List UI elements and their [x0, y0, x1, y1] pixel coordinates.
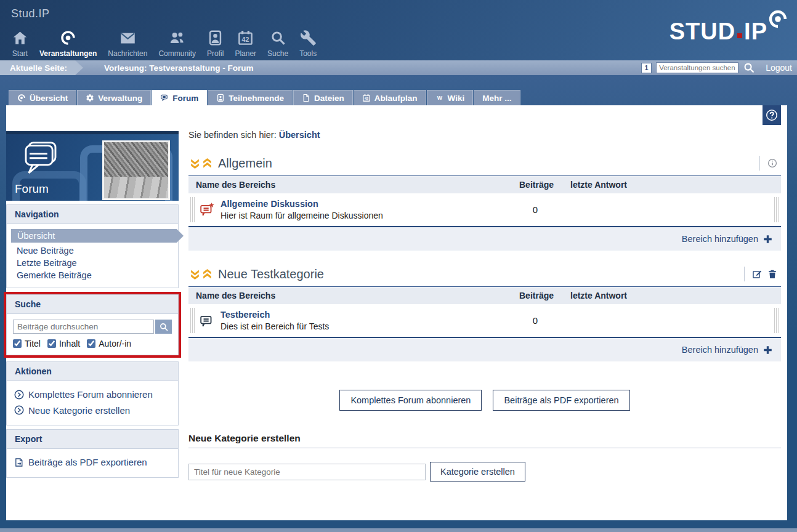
- circle-arrow-icon: [14, 390, 24, 400]
- spiral-icon: [60, 28, 76, 47]
- location-breadcrumb: Sie befinden sich hier: Übersicht: [188, 130, 781, 140]
- info-icon[interactable]: [767, 158, 777, 168]
- delete-category-icon[interactable]: [767, 269, 777, 279]
- course-tabs: Übersicht Verwaltung Forum Teilnehmende …: [9, 90, 787, 105]
- sidebar-export-section: Export Beiträge als PDF exportieren: [6, 429, 179, 478]
- forum-search-button[interactable]: [155, 320, 172, 334]
- plus-icon[interactable]: [763, 345, 772, 355]
- page-counter-badge: 1: [641, 63, 652, 73]
- sidebar: Forum Navigation Übersicht Neue Beiträge…: [6, 105, 179, 520]
- section-title: Suche: [7, 295, 178, 314]
- area-link[interactable]: Testbereich: [220, 310, 329, 320]
- category-footer: Bereich hinzufügen: [188, 227, 781, 251]
- sidebar-item-neue-beitraege[interactable]: Neue Beiträge: [7, 244, 178, 257]
- calendar-icon: [237, 28, 254, 47]
- forum-bubble-icon: [22, 140, 59, 175]
- search-icon: [270, 28, 286, 47]
- course-search-button[interactable]: [743, 62, 755, 74]
- logo-spiral-icon: [767, 9, 788, 30]
- search-icon: [159, 322, 169, 332]
- checkbox-titel[interactable]: [13, 339, 22, 348]
- location-link-uebersicht[interactable]: Übersicht: [279, 130, 320, 140]
- breadcrumb: Vorlesung: Testveranstaltung - Forum: [104, 63, 254, 73]
- tab-mehr[interactable]: Mehr ...: [474, 90, 520, 105]
- forum-action-buttons: Komplettes Forum abonnieren Beiträge als…: [188, 390, 781, 411]
- gear-icon: [86, 94, 94, 102]
- posts-count: 0: [501, 315, 569, 326]
- export-pdf-button[interactable]: Beiträge als PDF exportieren: [493, 390, 629, 411]
- category-neue-testkategorie: Neue Testkategorie Name des Bereichs Bei…: [188, 264, 781, 361]
- sidebar-item-uebersicht[interactable]: Übersicht: [11, 229, 184, 243]
- nav-start[interactable]: Start: [6, 28, 34, 58]
- new-category-title-input[interactable]: [188, 464, 426, 480]
- plus-icon[interactable]: [763, 235, 772, 244]
- nav-profil[interactable]: Profil: [201, 28, 229, 58]
- forum-search-input[interactable]: [13, 320, 154, 334]
- tab-dateien[interactable]: Dateien: [293, 90, 353, 105]
- nav-veranstaltungen[interactable]: Veranstaltungen: [34, 28, 102, 58]
- move-category-up-icon[interactable]: [202, 158, 212, 169]
- topic-bubble-icon: [200, 313, 214, 328]
- tab-teilnehmende[interactable]: Teilnehmende: [208, 90, 293, 105]
- tab-forum[interactable]: Forum: [152, 90, 207, 105]
- add-area-link[interactable]: Bereich hinzufügen: [682, 234, 758, 244]
- page-footer-strip: [0, 528, 797, 532]
- sidebar-search-section: Suche Titel Inhalt Autor/-in: [6, 294, 179, 355]
- action-new-category[interactable]: Neue Kategorie erstellen: [14, 403, 171, 419]
- move-category-up-icon[interactable]: [202, 269, 212, 280]
- section-title: Aktionen: [7, 362, 178, 381]
- help-button[interactable]: [763, 105, 781, 125]
- breadcrumb-bar: Aktuelle Seite: Vorlesung: Testveranstal…: [0, 60, 797, 75]
- app-brand: Stud.IP: [11, 7, 50, 20]
- mail-icon: [119, 28, 136, 47]
- logout-link[interactable]: Logout: [766, 63, 792, 73]
- content-container: Forum Navigation Übersicht Neue Beiträge…: [6, 105, 787, 520]
- tab-uebersicht[interactable]: Übersicht: [9, 90, 76, 105]
- table-row[interactable]: Testbereich Dies ist ein Bereich für Tes…: [188, 304, 781, 338]
- calendar-icon: [362, 94, 371, 102]
- tab-ablaufplan[interactable]: Ablaufplan: [354, 90, 426, 105]
- nav-planer[interactable]: Planer: [229, 28, 262, 58]
- table-row[interactable]: Allgemeine Diskussion Hier ist Raum für …: [188, 193, 781, 227]
- tab-wiki[interactable]: Wiki: [427, 90, 474, 105]
- question-icon: [766, 109, 778, 121]
- checkbox-inhalt[interactable]: [47, 339, 56, 348]
- file-icon: [302, 94, 310, 102]
- move-category-down-icon[interactable]: [190, 158, 200, 169]
- nav-suche[interactable]: Suche: [262, 28, 294, 58]
- sidebar-navigation-section: Navigation Übersicht Neue Beiträge Letzt…: [6, 204, 179, 288]
- export-pdf-link[interactable]: Beiträge als PDF exportieren: [14, 454, 171, 470]
- tab-verwaltung[interactable]: Verwaltung: [77, 90, 151, 105]
- area-link[interactable]: Allgemeine Diskussion: [220, 199, 383, 209]
- subscribe-forum-button[interactable]: Komplettes Forum abonnieren: [339, 390, 482, 411]
- section-title: Export: [7, 430, 178, 449]
- action-subscribe-forum[interactable]: Komplettes Forum abonnieren: [14, 387, 171, 403]
- sidebar-item-gemerkte-beitraege[interactable]: Gemerkte Beiträge: [7, 269, 178, 281]
- nav-community[interactable]: Community: [153, 28, 201, 58]
- area-description: Dies ist ein Bereich für Tests: [220, 321, 329, 331]
- add-area-link[interactable]: Bereich hinzufügen: [682, 345, 758, 355]
- wrench-icon: [300, 28, 317, 47]
- area-description: Hier ist Raum für allgemeine Diskussione…: [220, 211, 383, 220]
- checkbox-autor[interactable]: [87, 339, 95, 348]
- nav-nachrichten[interactable]: Nachrichten: [102, 28, 153, 58]
- main-content: Sie befinden sich hier: Übersicht Allgem…: [179, 105, 787, 520]
- breadcrumb-tools: 1 Logout: [641, 60, 792, 75]
- people-icon: [169, 28, 185, 47]
- table-header: Name des Bereichs Beiträge letzte Antwor…: [188, 176, 781, 193]
- posts-count: 0: [501, 204, 569, 215]
- studip-page: Stud.IP Start Veranstaltungen Nachrichte…: [0, 0, 797, 532]
- page-body: Übersicht Verwaltung Forum Teilnehmende …: [0, 75, 797, 528]
- move-category-down-icon[interactable]: [190, 269, 200, 280]
- new-topic-bubble-icon: [200, 203, 214, 217]
- category-allgemein: Allgemein Name des Bereichs Beiträge let…: [188, 153, 781, 251]
- nav-tools[interactable]: Tools: [294, 28, 322, 58]
- edit-category-icon[interactable]: [752, 269, 762, 279]
- studip-logo: StudIP: [670, 18, 767, 45]
- create-category-button[interactable]: Kategorie erstellen: [430, 462, 525, 482]
- category-title: Allgemein: [218, 156, 272, 171]
- export-file-icon: [14, 457, 24, 467]
- sidebar-item-letzte-beitraege[interactable]: Letzte Beiträge: [7, 257, 178, 269]
- forum-bubble-icon: [160, 94, 169, 102]
- course-search-input[interactable]: [656, 62, 738, 73]
